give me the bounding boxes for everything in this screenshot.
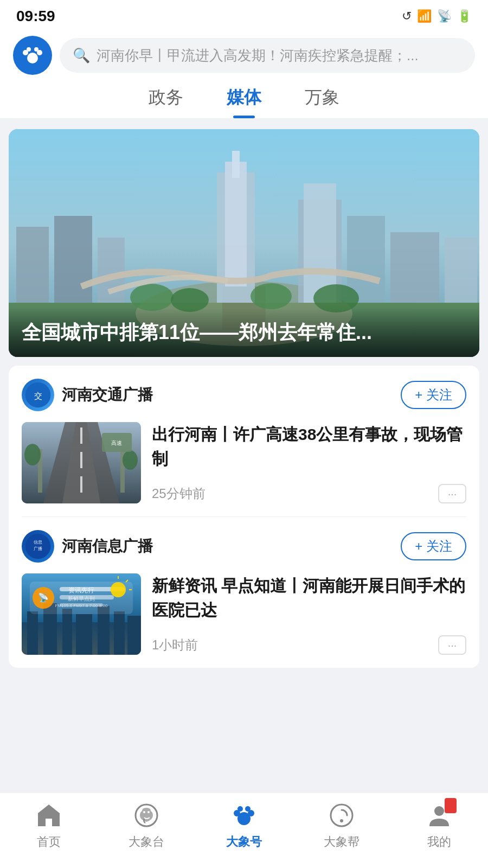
svg-text:交: 交 <box>34 391 42 400</box>
news-time-traffic: 25分钟前 <box>152 485 206 502</box>
news-content-info: 新鲜资讯 早点知道丨河南能开展日间手术的医院已达 1小时前 ··· <box>152 573 466 655</box>
news-thumb-info: 📡 资讯先行 新鲜早点到 FM105.6 FM97.8 7:00-8:00 <box>22 573 141 655</box>
bottom-navigation: 首页 大象台 <box>0 792 488 868</box>
svg-text:新鲜早点到: 新鲜早点到 <box>68 596 95 602</box>
news-meta-info: 1小时前 ··· <box>152 635 466 655</box>
svg-rect-49 <box>127 616 141 655</box>
search-placeholder: 河南你早丨甲流进入高发期！河南疾控紧急提醒；... <box>97 46 419 65</box>
svg-rect-17 <box>390 232 439 303</box>
svg-rect-29 <box>80 427 82 444</box>
news-meta-traffic: 25分钟前 ··· <box>152 484 466 503</box>
tab-wanxiang[interactable]: 万象 <box>305 86 339 118</box>
status-icons: ↺ 📶 📡 🔋 <box>402 9 472 23</box>
svg-rect-13 <box>225 162 247 286</box>
svg-text:资讯先行: 资讯先行 <box>68 586 94 594</box>
svg-point-73 <box>434 806 444 816</box>
daxiangtai-icon <box>132 801 160 829</box>
svg-point-65 <box>147 811 150 813</box>
svg-rect-43 <box>27 611 38 655</box>
daxiangbang-icon <box>328 801 356 829</box>
svg-rect-9 <box>16 227 49 303</box>
tab-navigation: 政务 媒体 万象 <box>0 75 488 118</box>
news-item-info[interactable]: 📡 资讯先行 新鲜早点到 FM105.6 FM97.8 7:00-8:00 <box>22 573 466 668</box>
search-bar[interactable]: 🔍 河南你早丨甲流进入高发期！河南疾控紧急提醒；... <box>60 38 475 73</box>
svg-text:FM105.6  FM97.8  7:00-8:00: FM105.6 FM97.8 7:00-8:00 <box>55 603 108 608</box>
svg-rect-46 <box>76 614 92 655</box>
svg-text:高速: 高速 <box>111 440 122 446</box>
svg-point-70 <box>245 806 251 812</box>
news-thumb-traffic: 高速 <box>22 422 141 503</box>
nav-label-daxianghao: 大象号 <box>226 834 262 850</box>
status-time: 09:59 <box>16 8 55 25</box>
news-item-traffic[interactable]: 高速 出行河南丨许广高速38公里有事故，现场管制 25分钟前 ··· <box>22 422 466 516</box>
svg-text:📡: 📡 <box>38 592 49 603</box>
daxianghao-icon <box>230 801 258 829</box>
nav-label-daxiangbang: 大象帮 <box>324 834 359 850</box>
svg-rect-30 <box>80 452 82 468</box>
tab-meiti[interactable]: 媒体 <box>227 86 261 118</box>
nav-icon-daxiangbang <box>326 800 357 831</box>
nav-icon-mine <box>424 800 454 831</box>
source-name-traffic: 河南交通广播 <box>62 385 153 405</box>
more-dots-icon-2: ··· <box>448 639 457 652</box>
source-logo-info: 信息 广播 <box>22 530 54 563</box>
nav-item-home[interactable]: 首页 <box>0 800 98 850</box>
header: 🔍 河南你早丨甲流进入高发期！河南疾控紧急提醒；... <box>0 30 488 75</box>
svg-text:信息: 信息 <box>34 539 42 545</box>
svg-rect-45 <box>62 609 72 655</box>
follow-btn-traffic[interactable]: + 关注 <box>401 381 466 409</box>
svg-point-3 <box>27 47 31 52</box>
notification-badge <box>445 798 457 813</box>
app-logo[interactable] <box>13 36 52 75</box>
nav-label-home: 首页 <box>37 834 61 850</box>
news-title-traffic: 出行河南丨许广高速38公里有事故，现场管制 <box>152 422 466 471</box>
nav-label-mine: 我的 <box>427 834 451 850</box>
news-card-info: 信息 广播 河南信息广播 + 关注 <box>9 517 479 668</box>
tab-zhengwu[interactable]: 政务 <box>149 86 183 118</box>
source-info-traffic: 交 河南交通广播 <box>22 379 153 411</box>
svg-point-0 <box>27 53 38 63</box>
nav-item-daxiangbang[interactable]: 大象帮 <box>293 800 390 850</box>
nav-item-daxiangtai[interactable]: 大象台 <box>98 800 195 850</box>
signal-icon: 📡 <box>437 9 452 23</box>
svg-point-34 <box>24 444 41 465</box>
source-logo-traffic: 交 <box>22 379 54 411</box>
hero-banner[interactable]: 全国城市中排第11位——郑州去年常住... <box>9 129 479 357</box>
news-more-traffic[interactable]: ··· <box>438 484 466 503</box>
svg-rect-18 <box>445 238 477 303</box>
news-content-traffic: 出行河南丨许广高速38公里有事故，现场管制 25分钟前 ··· <box>152 422 466 503</box>
nav-icon-daxianghao <box>229 800 259 831</box>
svg-text:广播: 广播 <box>34 546 42 551</box>
svg-rect-14 <box>232 151 240 178</box>
nav-icon-daxiangtai <box>131 800 162 831</box>
source-info-info: 信息 广播 河南信息广播 <box>22 530 153 563</box>
source-row-traffic: 交 河南交通广播 + 关注 <box>22 379 466 411</box>
svg-point-20 <box>130 284 174 311</box>
battery-icon: 🔋 <box>457 9 472 23</box>
nav-item-daxianghao[interactable]: 大象号 <box>195 800 293 850</box>
rotate-icon: ↺ <box>402 9 412 23</box>
follow-btn-info[interactable]: + 关注 <box>401 532 466 560</box>
svg-point-71 <box>331 805 352 826</box>
nav-label-daxiangtai: 大象台 <box>129 834 164 850</box>
news-content-area: 交 河南交通广播 + 关注 <box>9 366 479 668</box>
news-time-info: 1小时前 <box>152 636 198 654</box>
home-icon <box>35 801 63 829</box>
source-name-info: 河南信息广播 <box>62 536 153 557</box>
wifi-icon: 📶 <box>417 9 432 23</box>
svg-point-35 <box>123 450 138 470</box>
svg-rect-10 <box>54 216 92 303</box>
search-icon: 🔍 <box>73 47 90 64</box>
svg-rect-31 <box>80 476 82 493</box>
news-card-traffic: 交 河南交通广播 + 关注 <box>9 366 479 516</box>
news-more-info[interactable]: ··· <box>438 635 466 655</box>
svg-point-4 <box>34 47 38 52</box>
more-dots-icon: ··· <box>448 488 457 500</box>
status-bar: 09:59 ↺ 📶 📡 🔋 <box>0 0 488 30</box>
svg-point-22 <box>251 283 292 309</box>
news-title-info: 新鲜资讯 早点知道丨河南能开展日间手术的医院已达 <box>152 573 466 622</box>
source-row-info: 信息 广播 河南信息广播 + 关注 <box>22 530 466 563</box>
nav-item-mine[interactable]: 我的 <box>390 800 488 850</box>
svg-point-64 <box>143 811 145 813</box>
svg-point-69 <box>237 806 243 812</box>
